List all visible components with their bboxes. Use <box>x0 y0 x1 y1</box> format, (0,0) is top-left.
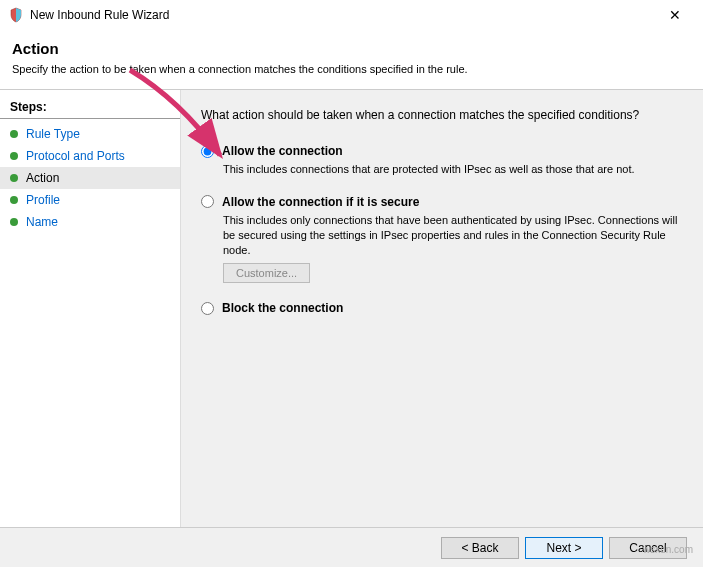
radio-allow-label[interactable]: Allow the connection <box>222 144 343 158</box>
radio-block[interactable] <box>201 302 214 315</box>
titlebar: New Inbound Rule Wizard ✕ <box>0 0 703 30</box>
steps-sidebar: Steps: Rule Type Protocol and Ports Acti… <box>0 90 180 530</box>
allow-secure-desc: This includes only connections that have… <box>223 213 683 258</box>
radio-block-label[interactable]: Block the connection <box>222 301 343 315</box>
option-block: Block the connection <box>201 301 683 315</box>
main-panel: What action should be taken when a conne… <box>180 90 703 530</box>
action-question: What action should be taken when a conne… <box>201 108 683 122</box>
close-icon[interactable]: ✕ <box>655 7 695 23</box>
allow-desc: This includes connections that are prote… <box>223 162 683 177</box>
wizard-header: Action Specify the action to be taken wh… <box>0 30 703 83</box>
back-button[interactable]: < Back <box>441 537 519 559</box>
bullet-icon <box>10 174 18 182</box>
shield-icon <box>8 7 24 23</box>
bullet-icon <box>10 196 18 204</box>
step-label: Name <box>26 215 58 229</box>
bullet-icon <box>10 218 18 226</box>
step-profile[interactable]: Profile <box>0 189 180 211</box>
radio-allow-secure[interactable] <box>201 195 214 208</box>
radio-allow-secure-label[interactable]: Allow the connection if it is secure <box>222 195 419 209</box>
option-allow: Allow the connection This includes conne… <box>201 144 683 177</box>
page-description: Specify the action to be taken when a co… <box>12 63 691 75</box>
step-label: Protocol and Ports <box>26 149 125 163</box>
step-name[interactable]: Name <box>0 211 180 233</box>
step-rule-type[interactable]: Rule Type <box>0 123 180 145</box>
bullet-icon <box>10 130 18 138</box>
step-label: Action <box>26 171 59 185</box>
step-label: Profile <box>26 193 60 207</box>
option-allow-secure: Allow the connection if it is secure Thi… <box>201 195 683 284</box>
wizard-footer: < Back Next > Cancel <box>0 527 703 567</box>
wizard-body: Steps: Rule Type Protocol and Ports Acti… <box>0 90 703 530</box>
window-title: New Inbound Rule Wizard <box>30 8 655 22</box>
radio-allow[interactable] <box>201 145 214 158</box>
step-label: Rule Type <box>26 127 80 141</box>
step-action[interactable]: Action <box>0 167 180 189</box>
bullet-icon <box>10 152 18 160</box>
page-title: Action <box>12 40 691 57</box>
customize-button: Customize... <box>223 263 310 283</box>
steps-header: Steps: <box>0 98 180 119</box>
cancel-button[interactable]: Cancel <box>609 537 687 559</box>
step-protocol-ports[interactable]: Protocol and Ports <box>0 145 180 167</box>
next-button[interactable]: Next > <box>525 537 603 559</box>
